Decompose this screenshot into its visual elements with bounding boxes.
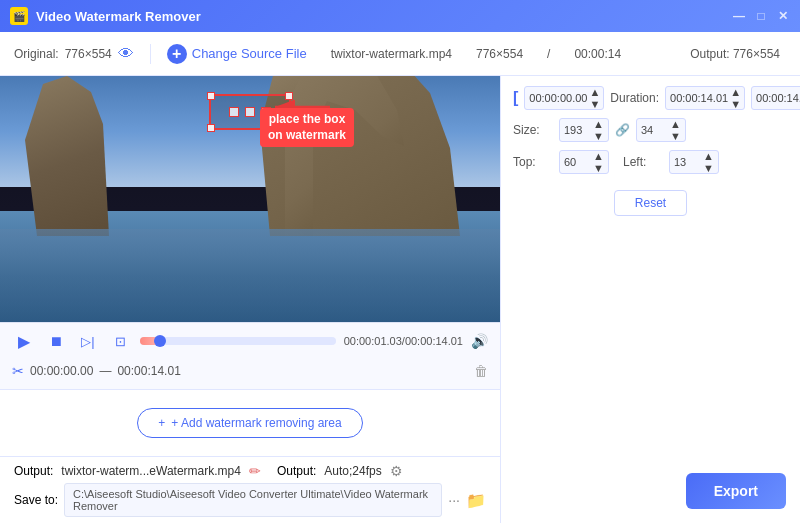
top-spinner[interactable]: ▲ ▼ <box>593 150 604 174</box>
toolbar: Original: 776×554 👁 + Change Source File… <box>0 32 800 76</box>
output-label: Output: <box>14 464 53 478</box>
edit-icon[interactable]: ✏ <box>249 463 261 479</box>
video-container[interactable]: place the box on watermark <box>0 76 500 322</box>
size-height-spinner[interactable]: ▲ ▼ <box>670 118 681 142</box>
wm-handle-center[interactable] <box>245 107 255 117</box>
output-settings-label: Output: <box>277 464 316 478</box>
corner-handle-bl[interactable] <box>207 124 215 132</box>
size-width-input[interactable]: 193 ▲ ▼ <box>559 118 609 142</box>
save-row: Save to: C:\Aiseesoft Studio\Aiseesoft V… <box>14 483 486 517</box>
gear-icon[interactable]: ⚙ <box>390 463 403 479</box>
save-path: C:\Aiseesoft Studio\Aiseesoft Video Conv… <box>64 483 442 517</box>
change-source-button[interactable]: + Change Source File <box>167 44 307 64</box>
app-icon: 🎬 <box>10 7 28 25</box>
left-value-input[interactable]: 13 ▲ ▼ <box>669 150 719 174</box>
play-button[interactable]: ▶ <box>12 329 36 353</box>
volume-button[interactable]: 🔊 <box>471 333 488 349</box>
add-watermark-section: + + Add watermark removing area <box>0 389 500 456</box>
add-watermark-icon: + <box>158 416 165 430</box>
reflection <box>0 229 500 322</box>
filename: twixtor-watermark.mp4 <box>331 47 452 61</box>
playback-controls-row: ▶ ⏹ ▷| ⊡ 00:00:01.03/00:00:14.01 🔊 <box>12 329 488 353</box>
size-width-spinner[interactable]: ▲ ▼ <box>593 118 604 142</box>
right-panel: [ 00:00:00.00 ▲ ▼ Duration: 00:00:14.01 … <box>500 76 800 523</box>
maximize-button[interactable]: □ <box>754 9 768 23</box>
time-range-param: [ 00:00:00.00 ▲ ▼ Duration: 00:00:14.01 … <box>513 86 788 110</box>
stop-button[interactable]: ⏹ <box>44 329 68 353</box>
size-label: Size: <box>513 123 553 137</box>
original-info: Original: 776×554 👁 <box>14 45 134 63</box>
start-time-input[interactable]: 00:00:00.00 ▲ ▼ <box>524 86 604 110</box>
app-title: Video Watermark Remover <box>36 9 201 24</box>
output-settings-value: Auto;24fps <box>324 464 381 478</box>
clip-button[interactable]: ⊡ <box>108 329 132 353</box>
file-duration-value: 00:00:14 <box>574 47 621 61</box>
size-param-row: Size: 193 ▲ ▼ 🔗 34 ▲ ▼ <box>513 118 788 142</box>
reset-button[interactable]: Reset <box>614 190 687 216</box>
progress-bar[interactable] <box>140 337 336 345</box>
size-height-input[interactable]: 34 ▲ ▼ <box>636 118 686 142</box>
next-frame-button[interactable]: ▷| <box>76 329 100 353</box>
file-dimensions: 776×554 <box>476 47 523 61</box>
duration-input[interactable]: 00:00:14.01 ▲ ▼ <box>665 86 745 110</box>
wm-handle-left[interactable] <box>229 107 239 117</box>
progress-thumb[interactable] <box>154 335 166 347</box>
save-to-label: Save to: <box>14 493 58 507</box>
main-area: place the box on watermark ▶ ⏹ ▷| ⊡ 00:0… <box>0 76 800 523</box>
delete-icon[interactable]: 🗑 <box>474 363 488 379</box>
time-range-row: ✂ 00:00:00.00 — 00:00:14.01 🗑 <box>12 359 488 383</box>
range-separator: — <box>99 364 111 378</box>
left-label: Left: <box>623 155 663 169</box>
export-button[interactable]: Export <box>686 473 786 509</box>
place-box-label: place the box on watermark <box>260 108 354 147</box>
top-label: Top: <box>513 155 553 169</box>
time-display: 00:00:01.03/00:00:14.01 <box>344 335 463 347</box>
output-row: Output: twixtor-waterm...eWatermark.mp4 … <box>14 463 486 479</box>
bottom-output-bar: Output: twixtor-waterm...eWatermark.mp4 … <box>0 456 500 523</box>
window-controls: — □ ✕ <box>732 9 790 23</box>
position-param-row: Top: 60 ▲ ▼ Left: 13 ▲ ▼ <box>513 150 788 174</box>
start-time-spinner[interactable]: ▲ ▼ <box>589 86 600 110</box>
minimize-button[interactable]: — <box>732 9 746 23</box>
change-source-label: Change Source File <box>192 46 307 61</box>
plus-circle-icon: + <box>167 44 187 64</box>
folder-button[interactable]: 📁 <box>466 491 486 510</box>
titlebar: 🎬 Video Watermark Remover — □ ✕ <box>0 0 800 32</box>
original-label: Original: <box>14 47 59 61</box>
range-start: 00:00:00.00 <box>30 364 93 378</box>
file-duration: / <box>547 47 550 61</box>
eye-button[interactable]: 👁 <box>118 45 134 63</box>
link-icon[interactable]: 🔗 <box>615 123 630 137</box>
bracket-left: [ <box>513 89 518 107</box>
add-watermark-button[interactable]: + + Add watermark removing area <box>137 408 362 438</box>
more-button[interactable]: ··· <box>448 492 460 508</box>
video-controls: ▶ ⏹ ▷| ⊡ 00:00:01.03/00:00:14.01 🔊 ✂ 00:… <box>0 322 500 389</box>
top-value-input[interactable]: 60 ▲ ▼ <box>559 150 609 174</box>
end-time-input[interactable]: 00:00:14.01 ▲ ▼ <box>751 86 800 110</box>
time-range-left: ✂ 00:00:00.00 — 00:00:14.01 <box>12 363 181 379</box>
close-button[interactable]: ✕ <box>776 9 790 23</box>
corner-handle-tl[interactable] <box>207 92 215 100</box>
scissors-icon: ✂ <box>12 363 24 379</box>
duration-label: Duration: <box>610 91 659 105</box>
range-end: 00:00:14.01 <box>117 364 180 378</box>
left-spinner[interactable]: ▲ ▼ <box>703 150 714 174</box>
video-panel: place the box on watermark ▶ ⏹ ▷| ⊡ 00:0… <box>0 76 500 523</box>
output-info: Output: 776×554 <box>690 47 780 61</box>
output-filename: twixtor-waterm...eWatermark.mp4 <box>61 464 241 478</box>
duration-spinner[interactable]: ▲ ▼ <box>730 86 741 110</box>
divider <box>150 44 151 64</box>
original-size: 776×554 <box>65 47 112 61</box>
